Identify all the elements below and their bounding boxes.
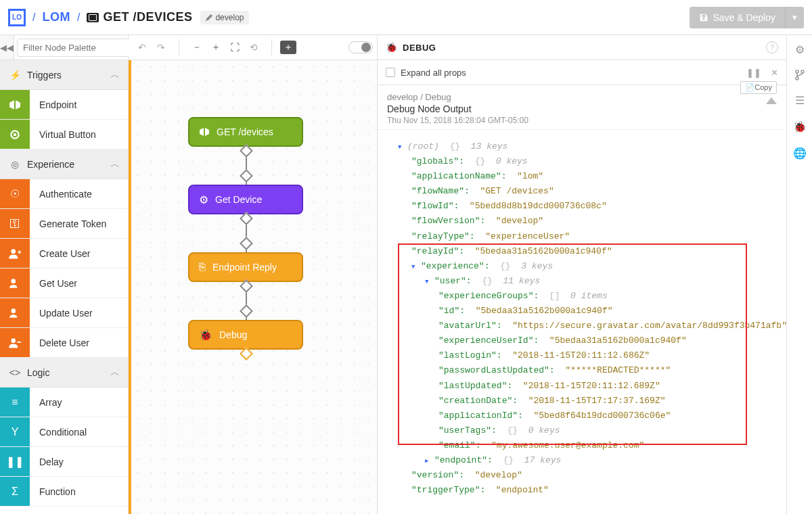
branch-pill[interactable]: develop xyxy=(200,11,249,24)
category-logic[interactable]: <> Logic ︿ xyxy=(0,358,128,388)
palette-node-authenticate[interactable]: ☉ Authenticate xyxy=(0,179,128,209)
fit-button[interactable]: ⛶ xyxy=(225,38,244,57)
save-deploy-button[interactable]: Save & Deploy xyxy=(690,7,785,28)
zoom-in-button[interactable]: ＋ xyxy=(206,38,225,57)
breadcrumb-sep: / xyxy=(77,11,80,24)
node-palette: ◀◀ ⚡ Triggers ︿ Endpoint xyxy=(0,35,129,514)
globe-icon[interactable]: 🌐 xyxy=(793,147,807,160)
svg-point-5 xyxy=(11,338,16,343)
palette-node-generate-token[interactable]: ⚿ Generate Token xyxy=(0,209,128,239)
chevron-up-icon: ︿ xyxy=(110,367,120,379)
chevron-up-icon: ︿ xyxy=(110,158,120,170)
endpoint-icon xyxy=(199,126,210,137)
user-edit-icon xyxy=(0,298,30,327)
add-node-button[interactable]: ＋ xyxy=(280,41,296,54)
canvas-toggle[interactable] xyxy=(348,41,373,53)
breadcrumb-project[interactable]: LOM xyxy=(42,10,70,24)
user-plus-icon xyxy=(0,239,30,268)
palette-node-endpoint[interactable]: Endpoint xyxy=(0,90,128,120)
palette-node-update-user[interactable]: Update User xyxy=(0,298,128,328)
copy-button[interactable]: 📄Copy xyxy=(740,81,777,94)
palette-node-get-user[interactable]: Get User xyxy=(0,268,128,298)
bug-icon: 🐞 xyxy=(199,329,212,342)
help-icon[interactable]: ? xyxy=(766,41,778,53)
workflow-icon xyxy=(87,13,99,22)
user-minus-icon xyxy=(0,328,30,357)
palette-node-function[interactable]: Σ Function xyxy=(0,477,128,507)
canvas[interactable]: GET /devices ⚙ Get Device ⎘ Endpoint Rep… xyxy=(129,60,377,514)
undo-button[interactable]: ↶ xyxy=(133,38,152,57)
breadcrumb-flow[interactable]: GET /DEVICES xyxy=(103,10,192,24)
flow-node-endpoint[interactable]: GET /devices xyxy=(188,117,303,147)
conditional-icon: Y xyxy=(0,417,30,446)
canvas-toolbar: ↶ ↷ － ＋ ⛶ ⟲ ＋ xyxy=(129,35,377,60)
pencil-icon xyxy=(206,14,212,21)
palette-node-create-user[interactable]: Create User xyxy=(0,239,128,268)
palette-node-delay[interactable]: ❚❚ Delay xyxy=(0,447,128,477)
save-icon xyxy=(699,13,708,22)
svg-point-6 xyxy=(796,70,798,73)
debug-meta: 📄Copy develop / Debug Debug Node Output … xyxy=(378,85,786,130)
close-icon[interactable]: ✕ xyxy=(771,68,778,78)
category-triggers[interactable]: ⚡ Triggers ︿ xyxy=(0,60,128,90)
gear-icon: ⚙ xyxy=(199,193,208,206)
function-icon: Σ xyxy=(0,477,30,506)
svg-point-3 xyxy=(11,279,16,283)
trigger-icon: ⚡ xyxy=(8,70,22,80)
user-get-icon xyxy=(0,268,30,298)
bug-icon: 🐞 xyxy=(386,42,397,53)
chevron-up-icon: ︿ xyxy=(110,69,120,81)
gear-icon[interactable]: ⚙ xyxy=(795,43,805,56)
expand-all-label: Expand all props xyxy=(401,68,466,78)
virtual-button-icon xyxy=(0,120,30,149)
palette-node-conditional[interactable]: Y Conditional xyxy=(0,417,128,447)
filter-palette-input[interactable] xyxy=(17,39,143,57)
category-experience[interactable]: ◎ Experience ︿ xyxy=(0,149,128,179)
collapse-palette-button[interactable]: ◀◀ xyxy=(0,35,14,60)
experience-icon: ◎ xyxy=(8,159,22,170)
svg-point-2 xyxy=(11,249,16,254)
svg-point-7 xyxy=(801,70,804,73)
bug-icon[interactable]: 🐞 xyxy=(793,120,807,133)
endpoint-icon xyxy=(0,90,30,119)
layers-icon[interactable]: ☰ xyxy=(795,94,805,107)
debug-title: DEBUG xyxy=(403,43,436,53)
palette-node-array[interactable]: ≡ Array xyxy=(0,388,128,417)
save-deploy-dropdown[interactable]: ▾ xyxy=(785,7,804,28)
collapse-caret-icon[interactable] xyxy=(766,97,777,104)
svg-point-1 xyxy=(14,133,17,136)
zoom-reset-button[interactable]: ⟲ xyxy=(244,38,263,57)
reply-icon: ⎘ xyxy=(199,261,206,273)
key-icon: ⚿ xyxy=(0,209,30,238)
debug-panel: 🐞 DEBUG ? Expand all props ❚❚ ✕ 📄Copy de… xyxy=(377,35,786,514)
palette-node-virtual-button[interactable]: Virtual Button xyxy=(0,120,128,149)
right-rail: ⚙ ☰ 🐞 🌐 xyxy=(786,35,812,514)
zoom-out-button[interactable]: － xyxy=(187,38,206,57)
flow-node-debug[interactable]: 🐞 Debug xyxy=(188,320,303,350)
svg-point-8 xyxy=(796,77,798,80)
palette-node-delete-user[interactable]: Delete User xyxy=(0,328,128,358)
branch-icon[interactable] xyxy=(794,70,805,80)
flow-node-endpoint-reply[interactable]: ⎘ Endpoint Reply xyxy=(188,252,303,282)
logic-icon: <> xyxy=(8,367,22,378)
delay-icon: ❚❚ xyxy=(0,447,30,476)
breadcrumb-sep: / xyxy=(32,11,35,24)
expand-all-checkbox[interactable] xyxy=(386,68,395,77)
flow-node-get-device[interactable]: ⚙ Get Device xyxy=(188,185,303,214)
breadcrumb-bar: LO / LOM / GET /DEVICES develop Save & D… xyxy=(0,0,812,35)
svg-point-4 xyxy=(11,308,16,313)
debug-output[interactable]: (root) {} 13 keys globals {} 0 keys appl… xyxy=(378,130,786,514)
pause-icon[interactable]: ❚❚ xyxy=(746,68,761,78)
fingerprint-icon: ☉ xyxy=(0,179,30,208)
logo[interactable]: LO xyxy=(8,9,26,26)
array-icon: ≡ xyxy=(0,388,30,417)
redo-button[interactable]: ↷ xyxy=(152,38,171,57)
